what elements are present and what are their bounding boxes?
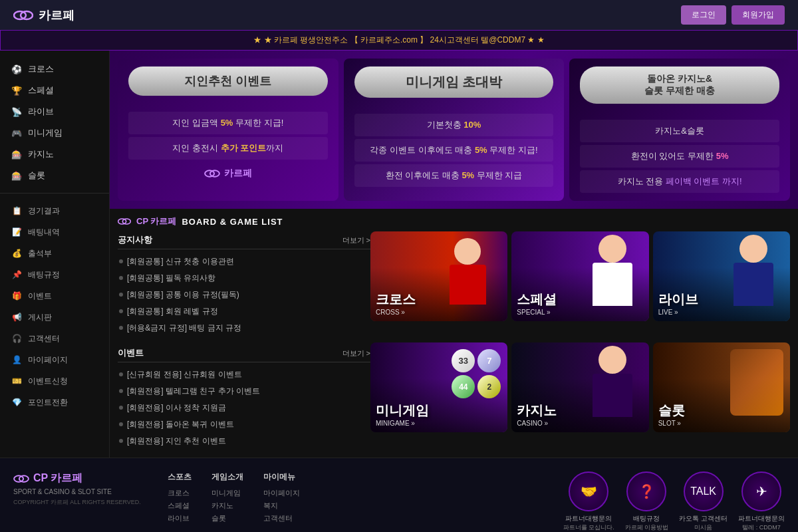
board-header: CP 카르페 BOARD & GAME LIST — [110, 209, 798, 231]
live-inner: 라이브 LIVE » — [653, 231, 790, 321]
footer-sports-cross[interactable]: 크로스 — [168, 488, 192, 498]
signup-button[interactable]: 회원가입 — [732, 5, 785, 25]
point-icon: 💎 — [11, 396, 23, 408]
casino-icon: 🎰 — [11, 148, 23, 160]
sidebar-item-label: 라이브 — [28, 106, 54, 118]
sidebar-item-slot[interactable]: 🎰 슬롯 — [0, 165, 109, 186]
sidebar-item-event-apply[interactable]: 🎫이벤트신청 — [0, 370, 109, 392]
sidebar-main-section: ⚽ 크로스 🏆 스페셜 📡 라이브 🎮 미니게임 🎰 카지노 🎰 슬롯 — [0, 56, 109, 189]
event-item-5[interactable]: [회원전용] 지인 추천 이벤트 — [118, 433, 370, 450]
notice-item-1[interactable]: [회원공통] 신규 첫충 이용관련 — [118, 253, 370, 270]
casino-en: CASINO » — [517, 420, 557, 427]
notice-section-title: 공지사항 — [118, 234, 152, 246]
footer-icon-kakao[interactable]: TALK 카오톡 고객센터 미시음 — [679, 471, 728, 532]
banner-card-top: 지인추천 이벤트 — [118, 59, 338, 104]
board-icon: 📢 — [11, 311, 23, 323]
footer-icon-telegram[interactable]: ✈ 파트너대행문의 텔레 : CDDM7 — [738, 471, 785, 532]
special-inner: 스페셜 SPECIAL » — [511, 231, 648, 321]
sidebar-item-results[interactable]: 📋경기결과 — [0, 200, 109, 221]
footer-game-slot[interactable]: 슬롯 — [211, 513, 243, 523]
sidebar-item-cross[interactable]: ⚽ 크로스 — [0, 59, 109, 80]
guide-icon: 📌 — [11, 269, 23, 281]
notice-more-btn[interactable]: 더보기 > — [342, 235, 370, 245]
banner-row-mini-1: 기본첫충 10% — [354, 114, 554, 136]
footer-my-welfare[interactable]: 복지 — [263, 501, 300, 511]
content: 지인추천 이벤트 지인 입금액 5% 무제한 지급! 지인 충전시 추가 포인트… — [110, 51, 798, 458]
sidebar-item-cash[interactable]: 💰출석부 — [0, 243, 109, 264]
slot-en: SLOT » — [658, 420, 685, 427]
notice-item-5[interactable]: [허용&금지 규정] 배팅 금지 규정 — [118, 320, 370, 336]
footer-game-mini[interactable]: 미니게임 — [211, 488, 243, 498]
sidebar-item-event[interactable]: 🎁이벤트 — [0, 285, 109, 307]
talk-icon: TALK — [684, 471, 724, 511]
notice-item-2[interactable]: [회원공통] 필독 유의사항 — [118, 270, 370, 287]
question-icon: ❓ — [626, 471, 666, 511]
sidebar-item-casino[interactable]: 🎰 카지노 — [0, 144, 109, 165]
footer-icon-partner[interactable]: 🤝 파트너대행문의 파트너를 모십니다. — [563, 471, 614, 532]
event-item-3[interactable]: [회원전용] 이사 정착 지원금 — [118, 400, 370, 416]
footer-icon-betting[interactable]: ❓ 배팅규정 카르페 이용방법 — [625, 471, 669, 532]
game-card-special[interactable]: 스페셜 SPECIAL » — [511, 231, 648, 321]
event-item-2[interactable]: [회원전용] 텔레그램 친구 추가 이벤트 — [118, 383, 370, 400]
notice-item-3[interactable]: [회원공통] 공통 이용 규정(필독) — [118, 287, 370, 303]
banner-card-minigame: 미니게임 초대박 기본첫충 10% 각종 이벤트 이후에도 매충 5% 무제한 … — [344, 59, 565, 201]
footer-betting-label: 배팅규정 — [625, 514, 669, 523]
board-game-layout: 공지사항 더보기 > [회원공통] 신규 첫충 이용관련 [회원공통] 필독 유… — [110, 231, 798, 458]
event-more-btn[interactable]: 더보기 > — [342, 348, 370, 358]
banner-card-casino-top: 돌아온 카지노&슬롯 무제한 매충 — [569, 59, 790, 112]
sidebar-item-point[interactable]: 💎포인트전환 — [0, 392, 109, 413]
footer-kakao-label: 카오톡 고객센터 — [679, 514, 728, 523]
game-card-slot[interactable]: 슬롯 SLOT » — [653, 342, 790, 432]
sidebar-item-live[interactable]: 📡 라이브 — [0, 101, 109, 122]
sidebar-item-minigame[interactable]: 🎮 미니게임 — [0, 122, 109, 144]
footer-logo-icon — [13, 474, 29, 483]
sidebar-item-mypage[interactable]: 👤마이페이지 — [0, 349, 109, 370]
footer-copyright: COPYRIGHT 카르페 ALL RIGHTS RESERVED. — [13, 498, 141, 507]
banner-logo: 카르페 — [128, 162, 328, 185]
sidebar-item-betting[interactable]: 📝배팅내역 — [0, 221, 109, 243]
banner-card-mini-top: 미니게임 초대박 — [344, 59, 565, 106]
footer-my-mypage[interactable]: 마이페이지 — [263, 488, 300, 498]
logo: 카르페 — [13, 7, 74, 23]
sidebar-item-betting-guide[interactable]: 📌배팅규정 — [0, 264, 109, 285]
live-en: LIVE » — [658, 309, 698, 316]
event-item-4[interactable]: [회원전용] 돌아온 복귀 이벤트 — [118, 416, 370, 433]
cross-label: 크로스 CROSS » — [376, 291, 416, 316]
cross-en: CROSS » — [376, 309, 416, 316]
sidebar-item-board[interactable]: 📢게시판 — [0, 307, 109, 328]
event-section-title: 이벤트 — [118, 347, 144, 359]
login-button[interactable]: 로그인 — [681, 5, 726, 25]
banner-content-casino: 카지노&슬롯 환전이 있어도 무제한 5% 카지노 전용 페이백 이벤트 까지! — [569, 112, 790, 201]
banner-row-mini-3: 환전 이후에도 매충 5% 무제한 지급 — [354, 164, 554, 187]
banner-title-referral: 지인추천 이벤트 — [128, 66, 328, 96]
footer-my-title: 마이메뉴 — [263, 471, 300, 483]
results-icon: 📋 — [11, 205, 23, 217]
sidebar: ⚽ 크로스 🏆 스페셜 📡 라이브 🎮 미니게임 🎰 카지노 🎰 슬롯 — [0, 51, 110, 458]
footer-my-support[interactable]: 고객센터 — [263, 513, 300, 523]
footer-sports-live[interactable]: 라이브 — [168, 513, 192, 523]
board-title: BOARD & GAME LIST — [182, 217, 283, 227]
footer-subtitle: SPORT & CASINO & SLOT SITE — [13, 488, 141, 495]
slot-icon: 🎰 — [11, 170, 23, 182]
footer-logo: CP 카르페 SPORT & CASINO & SLOT SITE COPYRI… — [13, 471, 141, 507]
sidebar-item-support[interactable]: 🎧고객센터 — [0, 328, 109, 349]
game-card-casino[interactable]: 카지노 CASINO » — [511, 342, 648, 432]
slot-kr: 슬롯 — [658, 402, 685, 420]
casino-label: 카지노 CASINO » — [517, 402, 557, 427]
main-layout: ⚽ 크로스 🏆 스페셜 📡 라이브 🎮 미니게임 🎰 카지노 🎰 슬롯 — [0, 51, 798, 458]
sidebar-sub-section: 📋경기결과 📝배팅내역 💰출석부 📌배팅규정 🎁이벤트 📢게시판 🎧고객센터 — [0, 198, 109, 416]
banner-row-1: 지인 입금액 5% 무제한 지급! — [128, 112, 328, 134]
game-card-mini[interactable]: 33 7 44 2 미니게임 MINIGAME » — [370, 342, 507, 432]
footer-sports-special[interactable]: 스페셜 — [168, 501, 192, 511]
event-section-header: 이벤트 더보기 > — [118, 344, 370, 362]
footer-game-casino[interactable]: 카지노 — [211, 501, 243, 511]
banner-title-minigame: 미니게임 초대박 — [354, 66, 554, 98]
notice-item-4[interactable]: [회원공통] 회원 레벨 규정 — [118, 303, 370, 320]
sidebar-item-special[interactable]: 🏆 스페셜 — [0, 80, 109, 101]
game-card-live[interactable]: 라이브 LIVE » — [653, 231, 790, 321]
slot-inner: 슬롯 SLOT » — [653, 342, 790, 432]
live-icon: 📡 — [11, 106, 23, 118]
game-card-cross[interactable]: 크로스 CROSS » — [370, 231, 507, 321]
mini-label: 미니게임 MINIGAME » — [376, 402, 429, 427]
event-item-1[interactable]: [신규회원 전용] 신규회원 이벤트 — [118, 366, 370, 383]
